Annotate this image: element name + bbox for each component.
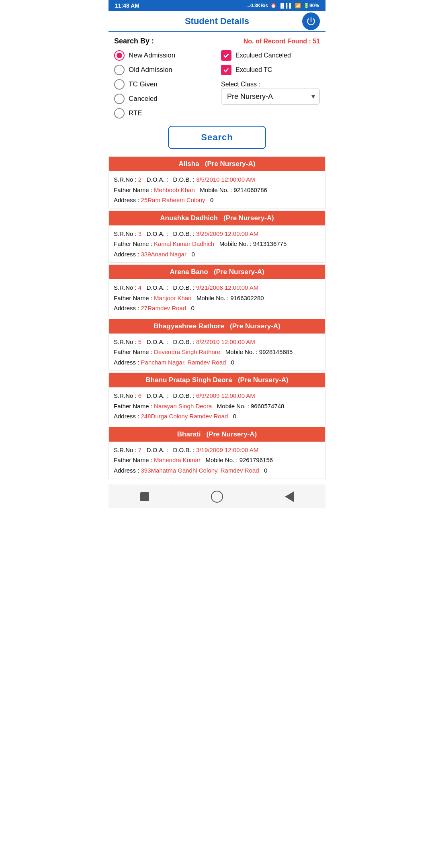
student-card-body: S.R.No : 3 D.O.A. : D.O.B. : 3/29/2009 1…: [109, 225, 325, 263]
checkbox-excl-tc[interactable]: Exculued TC: [221, 65, 320, 75]
student-card-header: Alisha (Pre Nursery-A): [109, 157, 325, 171]
search-button[interactable]: Search: [168, 126, 266, 149]
student-card[interactable]: Arena Bano (Pre Nursery-A) S.R.No : 4 D.…: [108, 264, 326, 317]
radio-label-rte: RTE: [129, 109, 142, 117]
search-by-label: Search By :: [114, 37, 154, 45]
checkbox-box-excl-tc: [221, 65, 231, 75]
status-bar: 11:48 AM ...0.3KB/s ⏰ ▐▌▌▌ 📶 🔋90%: [108, 0, 326, 11]
filter-grid: New Admission Old Admission TC Given Can…: [114, 50, 320, 119]
checkbox-label-excl-canceled: Exculued Canceled: [235, 52, 291, 59]
student-card[interactable]: Anushka Dadhich (Pre Nursery-A) S.R.No :…: [108, 211, 326, 263]
radio-label-old-admission: Old Admission: [129, 66, 172, 74]
radio-tc-given[interactable]: TC Given: [114, 79, 217, 90]
status-time: 11:48 AM: [115, 2, 139, 9]
radio-label-new-admission: New Admission: [129, 51, 175, 59]
student-card-body: S.R.No : 5 D.O.A. : D.O.B. : 8/2/2010 12…: [109, 334, 325, 371]
search-btn-row: Search: [114, 126, 320, 149]
search-by-row: Search By : No. of Record Found : 51: [114, 37, 320, 45]
header: Student Details: [108, 11, 326, 32]
class-select-wrapper: Pre Nursery-A Pre Nursery-B Nursery-A Nu…: [221, 88, 320, 105]
radio-label-tc-given: TC Given: [129, 80, 158, 88]
student-card-body: S.R.No : 6 D.O.A. : D.O.B. : 6/9/2009 12…: [109, 387, 325, 425]
page-title: Student Details: [185, 16, 249, 27]
student-card-header: Bhanu Pratap Singh Deora (Pre Nursery-A): [109, 373, 325, 387]
student-list: Alisha (Pre Nursery-A) S.R.No : 2 D.O.A.…: [108, 156, 326, 485]
student-card[interactable]: Bharati (Pre Nursery-A) S.R.No : 7 D.O.A…: [108, 427, 326, 479]
student-card-body: S.R.No : 7 D.O.A. : D.O.B. : 3/19/2009 1…: [109, 442, 325, 479]
search-area: Search By : No. of Record Found : 51 New…: [108, 32, 326, 156]
nav-stop-button[interactable]: [138, 490, 151, 504]
radio-new-admission[interactable]: New Admission: [114, 50, 217, 61]
record-count: No. of Record Found : 51: [244, 38, 320, 45]
student-card[interactable]: Alisha (Pre Nursery-A) S.R.No : 2 D.O.A.…: [108, 156, 326, 209]
student-card[interactable]: Bhagyashree Rathore (Pre Nursery-A) S.R.…: [108, 319, 326, 371]
filter-right: Exculued Canceled Exculued TC Select Cla…: [217, 50, 320, 119]
student-card-header: Bharati (Pre Nursery-A): [109, 427, 325, 442]
radio-circle-canceled: [114, 94, 125, 104]
checkbox-label-excl-tc: Exculued TC: [235, 66, 272, 74]
radio-circle-new-admission: [114, 50, 125, 61]
radio-circle-old-admission: [114, 65, 125, 75]
stop-icon: [140, 492, 149, 501]
student-card-header: Anushka Dadhich (Pre Nursery-A): [109, 211, 325, 225]
select-class-label: Select Class :: [221, 81, 320, 88]
select-class-container: Select Class : Pre Nursery-A Pre Nursery…: [221, 79, 320, 105]
radio-group: New Admission Old Admission TC Given Can…: [114, 50, 217, 119]
radio-canceled[interactable]: Canceled: [114, 94, 217, 104]
radio-rte[interactable]: RTE: [114, 108, 217, 119]
radio-circle-tc-given: [114, 79, 125, 90]
student-card[interactable]: Bhanu Pratap Singh Deora (Pre Nursery-A)…: [108, 373, 326, 425]
clock-icon: ⏰: [270, 3, 276, 8]
wifi-icon: 📶: [295, 3, 301, 8]
student-card-body: S.R.No : 4 D.O.A. : D.O.B. : 9/21/2008 1…: [109, 279, 325, 317]
checkbox-box-excl-canceled: [221, 50, 231, 61]
radio-label-canceled: Canceled: [129, 95, 158, 103]
network-speed: ...0.3KB/s: [246, 3, 268, 8]
status-right: ...0.3KB/s ⏰ ▐▌▌▌ 📶 🔋90%: [246, 3, 319, 8]
nav-home-button[interactable]: [210, 490, 224, 504]
radio-circle-rte: [114, 108, 125, 119]
back-icon: [285, 491, 294, 502]
student-card-header: Bhagyashree Rathore (Pre Nursery-A): [109, 319, 325, 334]
checkbox-excl-canceled[interactable]: Exculued Canceled: [221, 50, 320, 61]
power-button[interactable]: [302, 12, 320, 30]
radio-old-admission[interactable]: Old Admission: [114, 65, 217, 75]
battery-icon: 🔋90%: [303, 3, 319, 8]
bottom-nav: [108, 485, 326, 508]
home-icon: [211, 491, 223, 503]
class-select[interactable]: Pre Nursery-A Pre Nursery-B Nursery-A Nu…: [221, 88, 320, 105]
signal-icon: ▐▌▌▌: [279, 3, 293, 8]
nav-back-button[interactable]: [283, 490, 296, 504]
student-card-body: S.R.No : 2 D.O.A. : D.O.B. : 3/5/2010 12…: [109, 171, 325, 209]
student-card-header: Arena Bano (Pre Nursery-A): [109, 265, 325, 279]
